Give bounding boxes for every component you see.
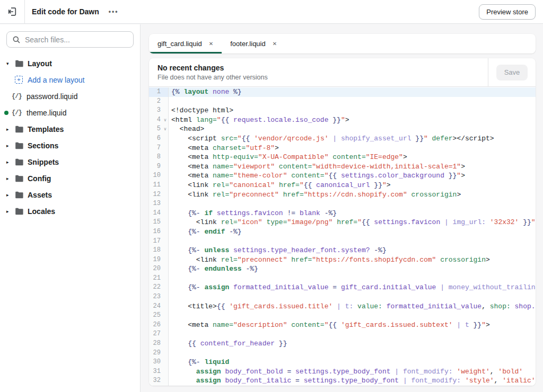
- status-title: No recent changes: [157, 64, 479, 72]
- file-label: theme.liquid: [27, 109, 67, 117]
- line-number: 20: [149, 264, 169, 274]
- sidebar-folder-snippets[interactable]: ▸Snippets: [0, 154, 140, 170]
- fold-icon[interactable]: ∨: [162, 115, 168, 125]
- fold-icon[interactable]: ∨: [162, 124, 168, 134]
- code-line[interactable]: 6 <script src="{{ 'vendor/qrcode.js' | s…: [149, 134, 536, 144]
- code-line[interactable]: 7 <meta charset="utf-8">: [149, 144, 536, 153]
- line-number: 4∨: [149, 115, 169, 125]
- caret-right-icon[interactable]: ▸: [6, 159, 13, 165]
- folder-label: Locales: [28, 207, 55, 216]
- page-title: Edit code for Dawn: [32, 7, 99, 16]
- code-line[interactable]: 13: [149, 199, 536, 209]
- horizontal-dots-icon: •••: [109, 8, 119, 15]
- code-line[interactable]: 3<!doctype html>: [149, 106, 536, 115]
- caret-right-icon[interactable]: ▸: [6, 209, 13, 214]
- tab-gift-card-liquid[interactable]: gift_card.liquid✕: [149, 34, 222, 54]
- line-number: 6: [149, 134, 169, 144]
- sidebar-folder-locales[interactable]: ▸Locales: [0, 203, 140, 219]
- line-number: 1: [149, 87, 169, 97]
- sidebar-file-password-liquid[interactable]: {/}password.liquid: [0, 88, 140, 104]
- caret-right-icon[interactable]: ▸: [6, 192, 13, 198]
- sidebar-folder-templates[interactable]: ▸Templates: [0, 121, 140, 137]
- line-number: 14: [149, 209, 169, 218]
- code-line[interactable]: 31 assign body_font_bold = settings.type…: [149, 367, 536, 377]
- sidebar-folder-config[interactable]: ▸Config: [0, 170, 140, 186]
- line-number: 12: [149, 190, 169, 200]
- braces-icon: {/}: [12, 109, 24, 117]
- sidebar-folder-assets[interactable]: ▸Assets: [0, 186, 140, 203]
- code-line[interactable]: 12 <link rel="preconnect" href="https://…: [149, 190, 536, 200]
- caret-right-icon[interactable]: ▸: [6, 127, 13, 132]
- folder-label: Config: [28, 174, 51, 183]
- add-new-layout-button[interactable]: +Add a new layout: [0, 72, 140, 88]
- caret-down-icon[interactable]: ▾: [6, 61, 13, 66]
- code-line[interactable]: 8 <meta http-equiv="X-UA-Compatible" con…: [149, 153, 536, 162]
- file-label: password.liquid: [27, 92, 78, 101]
- more-menu-button[interactable]: •••: [109, 8, 119, 15]
- code-line[interactable]: 2: [149, 97, 536, 106]
- code-line[interactable]: 15 <link rel="icon" type="image/png" hre…: [149, 218, 536, 227]
- code-line[interactable]: 4∨<html lang="{{ request.locale.iso_code…: [149, 115, 536, 125]
- code-line[interactable]: 21: [149, 274, 536, 283]
- code-line[interactable]: 19 <link rel="preconnect" href="https://…: [149, 255, 536, 265]
- code-line[interactable]: 26 <meta name="description" content="{{ …: [149, 320, 536, 330]
- line-number: 30: [149, 358, 169, 367]
- caret-right-icon[interactable]: ▸: [6, 176, 13, 181]
- code-line[interactable]: 32 assign body_font_italic = settings.ty…: [149, 376, 536, 386]
- code-line[interactable]: 18 {%- unless settings.type_header_font.…: [149, 246, 536, 255]
- save-button[interactable]: Save: [496, 65, 528, 81]
- sidebar-folder-layout[interactable]: ▾Layout: [0, 55, 140, 72]
- search-input[interactable]: [25, 35, 128, 44]
- tab-bar: gift_card.liquid✕footer.liquid✕: [149, 34, 536, 54]
- code-line[interactable]: 5∨ <head>: [149, 124, 536, 134]
- code-line[interactable]: 10 <meta name="theme-color" content="{{ …: [149, 171, 536, 181]
- code-line[interactable]: 20 {%- endunless -%}: [149, 264, 536, 274]
- code-line[interactable]: 11 <link rel="canonical" href="{{ canoni…: [149, 181, 536, 190]
- code-line[interactable]: 9 <meta name="viewport" content="width=d…: [149, 162, 536, 172]
- search-box[interactable]: [6, 31, 134, 48]
- main-area: gift_card.liquid✕footer.liquid✕ No recen…: [141, 24, 543, 392]
- code-line[interactable]: 29: [149, 349, 536, 358]
- folder-icon: [15, 208, 23, 215]
- code-line[interactable]: 25: [149, 311, 536, 320]
- exit-editor-button[interactable]: [0, 0, 25, 23]
- code-line[interactable]: 28 {{ content_for_header }}: [149, 339, 536, 349]
- code-line[interactable]: 17: [149, 237, 536, 246]
- code-line[interactable]: 22 {%- assign formatted_initial_value = …: [149, 283, 536, 292]
- exit-icon: [7, 6, 17, 17]
- folder-icon: [15, 60, 23, 67]
- sidebar-file-theme-liquid[interactable]: {/}theme.liquid: [0, 104, 140, 121]
- close-icon[interactable]: ✕: [273, 41, 277, 47]
- preview-store-button[interactable]: Preview store: [479, 4, 536, 20]
- line-number: 2: [149, 97, 169, 106]
- folder-label: Snippets: [28, 158, 59, 166]
- line-number: 11: [149, 181, 169, 190]
- line-number: 25: [149, 311, 169, 320]
- line-number: 3: [149, 106, 169, 115]
- version-status: No recent changes File does not have any…: [149, 58, 488, 86]
- sidebar-folder-sections[interactable]: ▸Sections: [0, 137, 140, 154]
- code-line[interactable]: 1{% layout none %}: [149, 87, 536, 97]
- code-line[interactable]: 14 {%- if settings.favicon != blank -%}: [149, 209, 536, 218]
- line-number: 23: [149, 292, 169, 302]
- code-editor[interactable]: 1{% layout none %}23<!doctype html>4∨<ht…: [149, 87, 536, 386]
- code-line[interactable]: 24 <title>{{ 'gift_cards.issued.title' |…: [149, 302, 536, 311]
- code-line[interactable]: 30 {%- liquid: [149, 358, 536, 367]
- tab-footer-liquid[interactable]: footer.liquid✕: [222, 34, 285, 54]
- code-line[interactable]: 16 {%- endif -%}: [149, 227, 536, 237]
- line-number: 28: [149, 339, 169, 349]
- search-icon: [12, 35, 21, 44]
- code-line[interactable]: 27: [149, 329, 536, 339]
- editor-card: No recent changes File does not have any…: [149, 58, 536, 386]
- folder-icon: [15, 142, 23, 149]
- folder-icon: [15, 158, 23, 166]
- code-line[interactable]: 23: [149, 292, 536, 302]
- line-number: 9: [149, 162, 169, 172]
- close-icon[interactable]: ✕: [209, 41, 213, 47]
- line-number: 26: [149, 320, 169, 330]
- caret-right-icon[interactable]: ▸: [6, 143, 13, 148]
- tab-label: footer.liquid: [230, 40, 266, 48]
- line-number: 17: [149, 237, 169, 246]
- tab-label: gift_card.liquid: [157, 40, 202, 48]
- line-number: 8: [149, 153, 169, 162]
